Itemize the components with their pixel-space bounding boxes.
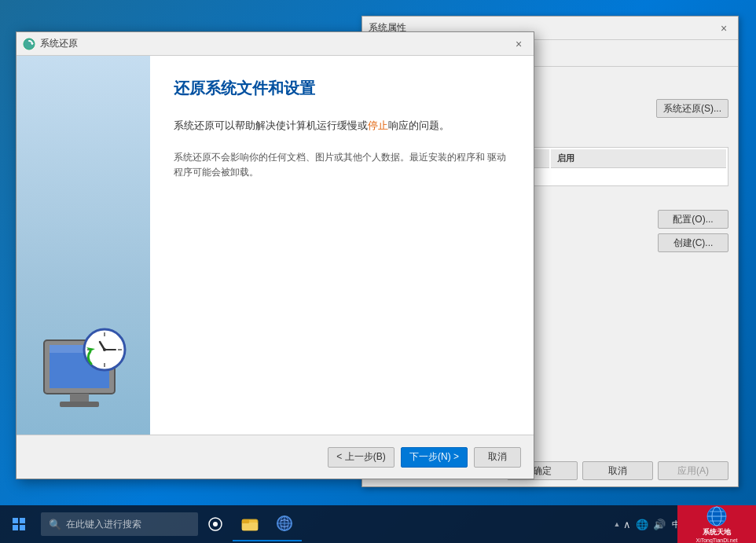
file-explorer-button[interactable] [233,507,267,541]
windows-logo-icon [13,518,25,530]
brand-name-text: 系统天地 [703,527,731,537]
taskbar: 🔍 在此键入进行搜索 [0,505,756,543]
restore-title-text: 系统还原 [40,37,78,50]
restore-titlebar: 系统还原 × [17,32,534,56]
browser-icon [276,515,293,532]
restore-title-icon [23,38,35,50]
restore-desc1: 系统还原可以帮助解决使计算机运行缓慢或停止响应的问题。 [174,118,510,134]
restore-body: 还原系统文件和设置 系统还原可以帮助解决使计算机运行缓慢或停止响应的问题。 系统… [17,56,534,435]
notification-area: ∧ 🌐 🔊 [623,519,666,530]
system-restore-dialog: 系统还原 × [16,31,534,479]
brand-url-text: XiTongTianDi.net [695,537,737,543]
brand-globe-icon [706,505,728,527]
taskbar-search-text: 在此键入进行搜索 [66,518,141,531]
svg-rect-20 [242,519,249,523]
svg-rect-19 [242,523,258,530]
computer-clock-svg [24,317,142,427]
sidebar-illustration [24,317,134,419]
svg-point-14 [103,348,106,351]
volume-tray-icon[interactable]: 🔊 [653,519,666,530]
restore-desc2: 系统还原不会影响你的任何文档、图片或其他个人数据。最近安装的程序和 驱动程序可能… [174,150,510,180]
create-button[interactable]: 创建(C)... [658,233,728,252]
task-view-button[interactable] [198,507,233,541]
restore-close-button[interactable]: × [510,35,527,53]
configure-button[interactable]: 配置(O)... [658,210,728,229]
restore-sidebar [17,56,150,435]
file-explorer-icon [241,515,259,532]
next-button[interactable]: 下一步(N) > [401,447,468,468]
svg-rect-6 [60,402,99,407]
col-status: 启用 [551,149,726,168]
taskbar-search-box[interactable]: 🔍 在此键入进行搜索 [41,512,198,536]
sys-props-footer: 确定 取消 应用(A) [507,461,728,480]
restore-main-content: 还原系统文件和设置 系统还原可以帮助解决使计算机运行缓慢或停止响应的问题。 系统… [150,56,534,435]
desktop: 系统属性 × 远程 系统更改。 系统还原(S)... 保护设置 保护 启用 [0,0,756,543]
stop-word: 停止 [368,119,388,131]
brand-logo-area: 系统天地 XiTongTianDi.net [677,505,756,543]
svg-point-17 [213,522,218,526]
chevron-icon[interactable]: ∧ [623,519,631,530]
browser-button[interactable] [267,507,302,541]
cancel-wizard-button[interactable]: 取消 [474,447,521,468]
start-button[interactable] [0,505,38,543]
sys-props-close-button[interactable]: × [716,20,732,36]
apply-button[interactable]: 应用(A) [658,461,728,480]
network-tray-icon[interactable]: 🌐 [636,519,648,530]
restore-footer: < 上一步(B) 下一步(N) > 取消 [17,435,534,479]
system-restore-button[interactable]: 系统还原(S)... [656,99,728,118]
prev-button[interactable]: < 上一步(B) [328,447,395,468]
cancel-button[interactable]: 取消 [582,461,653,480]
scroll-up-indicator[interactable]: ▲ [613,520,620,528]
task-view-icon [208,517,222,531]
brand-content: 系统天地 XiTongTianDi.net [695,505,737,543]
restore-title-left: 系统还原 [23,37,78,50]
restore-main-title: 还原系统文件和设置 [174,78,510,99]
search-icon: 🔍 [49,519,61,530]
